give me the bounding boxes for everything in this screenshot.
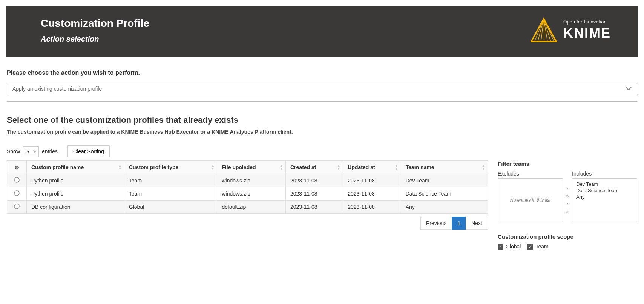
entries-select[interactable]: 5 — [23, 146, 39, 157]
cell-type: Global — [124, 201, 217, 214]
profiles-table: ⊗ Custom profile name▲▼ Custom profile t… — [7, 160, 488, 214]
row-radio[interactable] — [14, 204, 19, 209]
cell-updated: 2023-11-08 — [343, 174, 401, 187]
cell-updated: 2023-11-08 — [343, 187, 401, 201]
move-all-left-icon[interactable]: « — [564, 209, 570, 214]
show-label-pre: Show — [7, 148, 20, 154]
col-name[interactable]: Custom profile name▲▼ — [27, 161, 124, 174]
list-item[interactable]: Data Science Team — [576, 187, 633, 194]
cell-file: windows.zip — [217, 187, 286, 201]
header-banner: Customization Profile Action selection O… — [6, 6, 638, 57]
action-selected-value: Apply an existing customization profile — [12, 86, 102, 92]
check-icon: ✓ — [527, 244, 533, 250]
check-icon: ✓ — [498, 244, 503, 250]
action-select[interactable]: Apply an existing customization profile — [7, 82, 637, 96]
sort-icon: ▲▼ — [337, 164, 340, 170]
show-label-post: entries — [42, 148, 58, 154]
brand-tagline: Open for Innovation — [563, 19, 611, 25]
cell-name: DB configuration — [27, 201, 124, 214]
row-radio[interactable] — [14, 190, 19, 196]
sort-icon: ▲▼ — [279, 164, 283, 170]
sort-icon: ▲▼ — [211, 164, 215, 170]
sort-icon: ▲▼ — [395, 164, 399, 170]
scope-global-label: Global — [506, 244, 521, 250]
clear-sorting-button[interactable]: Clear Sorting — [67, 145, 110, 157]
scope-global-checkbox[interactable]: ✓ Global — [498, 244, 521, 250]
cell-created: 2023-11-08 — [286, 174, 343, 187]
chevron-down-icon — [626, 87, 632, 91]
table-row: Python profile Team windows.zip 2023-11-… — [7, 174, 488, 187]
list-item[interactable]: Any — [576, 194, 633, 200]
includes-label: Includes — [572, 171, 637, 177]
action-prompt: Please choose the action you wish to per… — [7, 69, 637, 76]
brand-name: KNIME — [563, 25, 611, 41]
divider — [7, 101, 637, 102]
transfer-controls: › » ‹ « — [564, 171, 570, 222]
profiles-title: Select one of the customization profiles… — [7, 115, 637, 125]
table-row: Python profile Team windows.zip 2023-11-… — [7, 187, 488, 201]
move-left-icon[interactable]: ‹ — [564, 201, 570, 207]
move-right-icon[interactable]: › — [564, 185, 570, 191]
pagination-next[interactable]: Next — [466, 217, 488, 230]
col-updated[interactable]: Updated at▲▼ — [343, 161, 401, 174]
move-all-right-icon[interactable]: » — [564, 193, 570, 199]
filter-teams-title: Filter teams — [498, 160, 637, 167]
sort-icon: ▲▼ — [118, 164, 122, 170]
knime-triangle-icon — [530, 17, 557, 44]
cell-name: Python profile — [27, 174, 124, 187]
cell-name: Python profile — [27, 187, 124, 201]
col-created[interactable]: Created at▲▼ — [286, 161, 343, 174]
brand-logo: Open for Innovation KNIME — [530, 17, 611, 44]
cell-team: Dev Team — [401, 174, 488, 187]
col-team[interactable]: Team name▲▼ — [401, 161, 488, 174]
cell-updated: 2023-11-08 — [343, 201, 401, 214]
col-type[interactable]: Custom profile type▲▼ — [124, 161, 217, 174]
cell-created: 2023-11-08 — [286, 187, 343, 201]
pagination: Previous 1 Next — [7, 217, 488, 230]
cell-team: Data Science Team — [401, 187, 488, 201]
pagination-page-1[interactable]: 1 — [452, 217, 466, 230]
col-file[interactable]: File upoladed▲▼ — [217, 161, 286, 174]
pagination-prev[interactable]: Previous — [420, 217, 452, 230]
clear-selection-header[interactable]: ⊗ — [7, 161, 27, 174]
svg-line-2 — [538, 19, 544, 42]
excludes-empty-msg: No entries in this list — [510, 198, 550, 203]
table-row: DB configuration Global default.zip 2023… — [7, 201, 488, 214]
page-subtitle: Action selection — [41, 35, 149, 43]
excludes-label: Excludes — [498, 171, 563, 177]
scope-team-label: Team — [535, 244, 548, 250]
cell-type: Team — [124, 174, 217, 187]
cell-team: Any — [401, 201, 488, 214]
sort-icon: ▲▼ — [481, 164, 485, 170]
cell-file: default.zip — [217, 201, 286, 214]
profiles-desc: The customization profile can be applied… — [7, 129, 637, 135]
scope-title: Customization profile scope — [498, 233, 637, 240]
cell-file: windows.zip — [217, 174, 286, 187]
row-radio[interactable] — [14, 177, 19, 182]
svg-line-7 — [544, 19, 554, 42]
excludes-list[interactable]: No entries in this list — [498, 178, 563, 222]
cell-type: Team — [124, 187, 217, 201]
list-item[interactable]: Dev Team — [576, 181, 633, 187]
cell-created: 2023-11-08 — [286, 201, 343, 214]
page-title: Customization Profile — [41, 17, 149, 29]
includes-list[interactable]: Dev Team Data Science Team Any — [572, 178, 637, 222]
scope-team-checkbox[interactable]: ✓ Team — [527, 244, 548, 250]
